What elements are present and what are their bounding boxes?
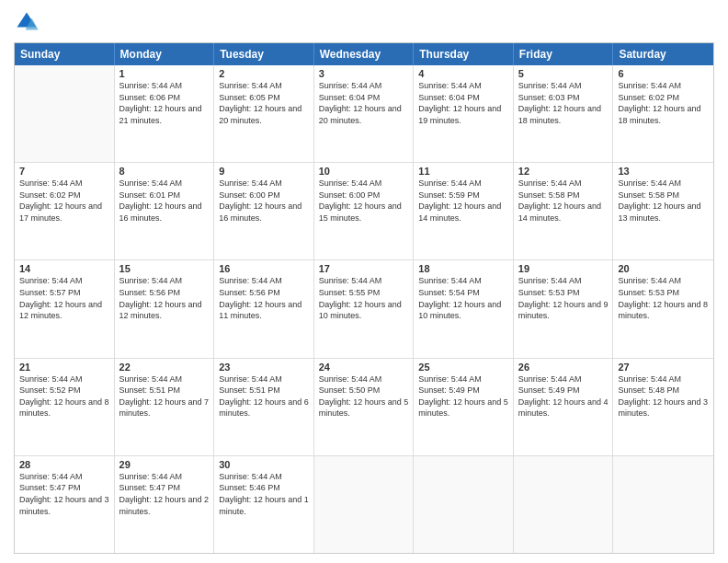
calendar-cell	[414, 456, 514, 553]
calendar-cell: 7Sunrise: 5:44 AMSunset: 6:02 PMDaylight…	[15, 163, 115, 259]
day-number: 13	[618, 166, 709, 177]
sun-info: Sunrise: 5:44 AMSunset: 5:58 PMDaylight:…	[518, 178, 609, 224]
day-number: 30	[219, 459, 309, 470]
sun-info: Sunrise: 5:44 AMSunset: 6:02 PMDaylight:…	[618, 80, 709, 126]
logo-icon	[14, 9, 40, 35]
sun-info: Sunrise: 5:44 AMSunset: 6:01 PMDaylight:…	[119, 178, 210, 224]
weekday-header: Friday	[514, 43, 614, 65]
day-number: 7	[19, 166, 109, 177]
day-number: 9	[219, 166, 309, 177]
sun-info: Sunrise: 5:44 AMSunset: 6:03 PMDaylight:…	[518, 80, 609, 126]
calendar-cell: 29Sunrise: 5:44 AMSunset: 5:47 PMDayligh…	[115, 456, 215, 553]
day-number: 21	[19, 362, 109, 373]
calendar-cell: 23Sunrise: 5:44 AMSunset: 5:51 PMDayligh…	[214, 359, 314, 455]
sun-info: Sunrise: 5:44 AMSunset: 5:51 PMDaylight:…	[219, 373, 309, 419]
sun-info: Sunrise: 5:44 AMSunset: 5:57 PMDaylight:…	[19, 275, 109, 321]
calendar-header: SundayMondayTuesdayWednesdayThursdayFrid…	[15, 43, 713, 65]
sun-info: Sunrise: 5:44 AMSunset: 6:04 PMDaylight:…	[418, 80, 508, 126]
calendar-cell	[514, 456, 614, 553]
calendar-cell: 18Sunrise: 5:44 AMSunset: 5:54 PMDayligh…	[414, 260, 514, 357]
day-number: 4	[418, 68, 508, 79]
day-number: 24	[319, 362, 409, 373]
day-number: 15	[119, 263, 210, 274]
calendar-cell: 4Sunrise: 5:44 AMSunset: 6:04 PMDaylight…	[414, 65, 514, 162]
sun-info: Sunrise: 5:44 AMSunset: 5:55 PMDaylight:…	[319, 275, 409, 321]
calendar-cell: 10Sunrise: 5:44 AMSunset: 6:00 PMDayligh…	[314, 163, 415, 259]
day-number: 14	[19, 263, 109, 274]
calendar-cell: 12Sunrise: 5:44 AMSunset: 5:58 PMDayligh…	[514, 163, 614, 259]
sun-info: Sunrise: 5:44 AMSunset: 6:02 PMDaylight:…	[19, 178, 109, 224]
calendar-cell: 24Sunrise: 5:44 AMSunset: 5:50 PMDayligh…	[314, 359, 415, 455]
calendar-cell: 8Sunrise: 5:44 AMSunset: 6:01 PMDaylight…	[115, 163, 215, 259]
calendar-cell: 9Sunrise: 5:44 AMSunset: 6:00 PMDaylight…	[214, 163, 314, 259]
day-number: 20	[618, 263, 709, 274]
calendar-cell: 11Sunrise: 5:44 AMSunset: 5:59 PMDayligh…	[414, 163, 514, 259]
day-number: 26	[518, 362, 609, 373]
calendar-cell: 28Sunrise: 5:44 AMSunset: 5:47 PMDayligh…	[15, 456, 115, 553]
calendar-cell: 1Sunrise: 5:44 AMSunset: 6:06 PMDaylight…	[115, 65, 215, 162]
calendar-cell: 20Sunrise: 5:44 AMSunset: 5:53 PMDayligh…	[613, 260, 713, 357]
day-number: 5	[518, 68, 609, 79]
weekday-header: Thursday	[414, 43, 514, 65]
sun-info: Sunrise: 5:44 AMSunset: 5:56 PMDaylight:…	[219, 275, 309, 321]
calendar-row: 21Sunrise: 5:44 AMSunset: 5:52 PMDayligh…	[15, 358, 713, 455]
sun-info: Sunrise: 5:44 AMSunset: 5:47 PMDaylight:…	[19, 471, 109, 517]
calendar-cell: 17Sunrise: 5:44 AMSunset: 5:55 PMDayligh…	[314, 260, 415, 357]
day-number: 1	[119, 68, 210, 79]
weekday-header: Saturday	[613, 43, 713, 65]
sun-info: Sunrise: 5:44 AMSunset: 6:06 PMDaylight:…	[119, 80, 210, 126]
calendar: SundayMondayTuesdayWednesdayThursdayFrid…	[14, 42, 714, 554]
sun-info: Sunrise: 5:44 AMSunset: 6:00 PMDaylight:…	[219, 178, 309, 224]
calendar-cell: 16Sunrise: 5:44 AMSunset: 5:56 PMDayligh…	[214, 260, 314, 357]
calendar-cell: 15Sunrise: 5:44 AMSunset: 5:56 PMDayligh…	[115, 260, 215, 357]
day-number: 17	[319, 263, 409, 274]
day-number: 19	[518, 263, 609, 274]
calendar-cell: 5Sunrise: 5:44 AMSunset: 6:03 PMDaylight…	[514, 65, 614, 162]
sun-info: Sunrise: 5:44 AMSunset: 5:59 PMDaylight:…	[418, 178, 508, 224]
sun-info: Sunrise: 5:44 AMSunset: 5:56 PMDaylight:…	[119, 275, 210, 321]
sun-info: Sunrise: 5:44 AMSunset: 5:54 PMDaylight:…	[418, 275, 508, 321]
day-number: 18	[418, 263, 508, 274]
sun-info: Sunrise: 5:44 AMSunset: 5:53 PMDaylight:…	[518, 275, 609, 321]
sun-info: Sunrise: 5:44 AMSunset: 6:04 PMDaylight:…	[319, 80, 409, 126]
sun-info: Sunrise: 5:44 AMSunset: 5:48 PMDaylight:…	[618, 373, 709, 419]
calendar-cell: 25Sunrise: 5:44 AMSunset: 5:49 PMDayligh…	[414, 359, 514, 455]
day-number: 8	[119, 166, 210, 177]
calendar-row: 14Sunrise: 5:44 AMSunset: 5:57 PMDayligh…	[15, 259, 713, 357]
day-number: 22	[119, 362, 210, 373]
sun-info: Sunrise: 5:44 AMSunset: 5:49 PMDaylight:…	[518, 373, 609, 419]
calendar-cell: 13Sunrise: 5:44 AMSunset: 5:58 PMDayligh…	[613, 163, 713, 259]
calendar-cell: 2Sunrise: 5:44 AMSunset: 6:05 PMDaylight…	[214, 65, 314, 162]
day-number: 29	[119, 459, 210, 470]
day-number: 2	[219, 68, 309, 79]
day-number: 23	[219, 362, 309, 373]
weekday-header: Tuesday	[214, 43, 314, 65]
calendar-cell: 3Sunrise: 5:44 AMSunset: 6:04 PMDaylight…	[314, 65, 415, 162]
calendar-cell: 30Sunrise: 5:44 AMSunset: 5:46 PMDayligh…	[214, 456, 314, 553]
sun-info: Sunrise: 5:44 AMSunset: 5:50 PMDaylight:…	[319, 373, 409, 419]
sun-info: Sunrise: 5:44 AMSunset: 5:46 PMDaylight:…	[219, 471, 309, 517]
sun-info: Sunrise: 5:44 AMSunset: 6:05 PMDaylight:…	[219, 80, 309, 126]
day-number: 27	[618, 362, 709, 373]
sun-info: Sunrise: 5:44 AMSunset: 5:58 PMDaylight:…	[618, 178, 709, 224]
day-number: 25	[418, 362, 508, 373]
header	[14, 9, 714, 35]
day-number: 6	[618, 68, 709, 79]
sun-info: Sunrise: 5:44 AMSunset: 5:53 PMDaylight:…	[618, 275, 709, 321]
sun-info: Sunrise: 5:44 AMSunset: 5:49 PMDaylight:…	[418, 373, 508, 419]
calendar-body: 1Sunrise: 5:44 AMSunset: 6:06 PMDaylight…	[15, 65, 713, 553]
calendar-cell: 19Sunrise: 5:44 AMSunset: 5:53 PMDayligh…	[514, 260, 614, 357]
sun-info: Sunrise: 5:44 AMSunset: 6:00 PMDaylight:…	[319, 178, 409, 224]
weekday-header: Monday	[115, 43, 215, 65]
calendar-row: 1Sunrise: 5:44 AMSunset: 6:06 PMDaylight…	[15, 65, 713, 162]
calendar-row: 7Sunrise: 5:44 AMSunset: 6:02 PMDaylight…	[15, 162, 713, 259]
day-number: 28	[19, 459, 109, 470]
sun-info: Sunrise: 5:44 AMSunset: 5:47 PMDaylight:…	[119, 471, 210, 517]
calendar-cell: 6Sunrise: 5:44 AMSunset: 6:02 PMDaylight…	[613, 65, 713, 162]
calendar-cell: 21Sunrise: 5:44 AMSunset: 5:52 PMDayligh…	[15, 359, 115, 455]
calendar-cell: 22Sunrise: 5:44 AMSunset: 5:51 PMDayligh…	[115, 359, 215, 455]
calendar-cell: 27Sunrise: 5:44 AMSunset: 5:48 PMDayligh…	[613, 359, 713, 455]
sun-info: Sunrise: 5:44 AMSunset: 5:52 PMDaylight:…	[19, 373, 109, 419]
weekday-header: Sunday	[15, 43, 115, 65]
day-number: 11	[418, 166, 508, 177]
